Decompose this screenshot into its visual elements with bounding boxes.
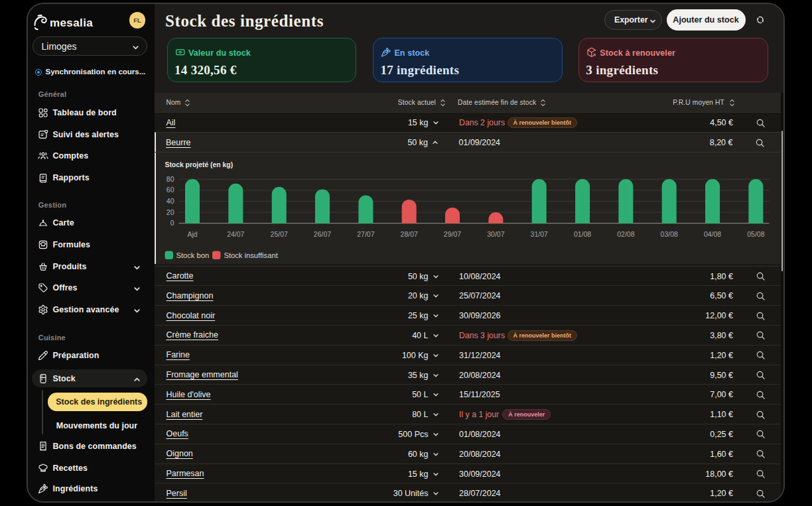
svg-text:Ajd: Ajd bbox=[187, 231, 197, 238]
svg-text:25/07: 25/07 bbox=[271, 231, 288, 238]
svg-text:30/07: 30/07 bbox=[487, 231, 504, 238]
svg-text:03/08: 03/08 bbox=[661, 231, 678, 238]
svg-text:04/08: 04/08 bbox=[704, 231, 721, 238]
svg-text:20: 20 bbox=[167, 208, 174, 216]
svg-text:01/08: 01/08 bbox=[574, 231, 591, 238]
svg-text:Stock projeté (en kg): Stock projeté (en kg) bbox=[165, 161, 233, 168]
svg-text:29/07: 29/07 bbox=[444, 231, 461, 238]
svg-text:28/07: 28/07 bbox=[401, 231, 418, 238]
svg-text:60: 60 bbox=[167, 186, 174, 194]
svg-text:40: 40 bbox=[167, 198, 174, 205]
svg-text:02/08: 02/08 bbox=[617, 231, 634, 238]
svg-text:05/08: 05/08 bbox=[747, 231, 764, 238]
svg-text:26/07: 26/07 bbox=[314, 231, 331, 238]
svg-text:27/07: 27/07 bbox=[357, 231, 374, 238]
svg-text:Stock bon: Stock bon bbox=[176, 251, 209, 259]
svg-text:31/07: 31/07 bbox=[531, 231, 548, 238]
svg-text:80: 80 bbox=[167, 175, 174, 182]
svg-text:0: 0 bbox=[170, 220, 174, 227]
svg-text:24/07: 24/07 bbox=[227, 231, 244, 238]
svg-text:Stock insuffisant: Stock insuffisant bbox=[224, 251, 278, 259]
